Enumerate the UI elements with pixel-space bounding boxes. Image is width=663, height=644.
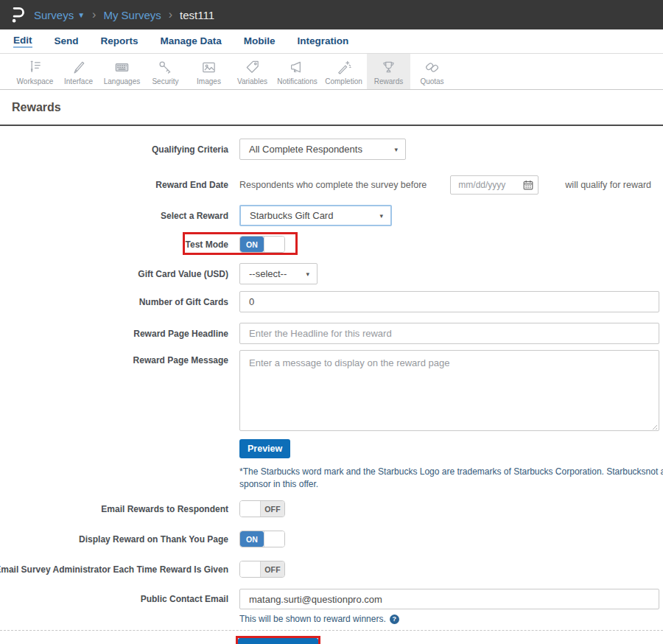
- toolbar-item-label: Images: [197, 77, 221, 85]
- toolbar-item-variables[interactable]: Variables: [231, 54, 274, 89]
- reward-page-message-label: Reward Page Message: [133, 355, 228, 365]
- breadcrumb-current-survey: test111: [180, 9, 214, 21]
- breadcrumb-separator-icon: ›: [92, 9, 96, 21]
- toolbar-item-completion[interactable]: Completion: [320, 54, 367, 89]
- reward-page-headline-input[interactable]: [239, 323, 659, 344]
- key-icon: [157, 59, 174, 76]
- tag-icon: [244, 59, 261, 76]
- toggle-state-label: OFF: [261, 501, 284, 517]
- qualifying-criteria-select[interactable]: All Complete Respondents ▾: [239, 139, 406, 160]
- qualifying-criteria-label: Qualifying Criteria: [152, 144, 228, 155]
- edit-toolbar: Workspace Interface Languages Security I…: [0, 54, 663, 90]
- number-of-gift-cards-label: Number of Gift Cards: [139, 297, 228, 307]
- public-email-help-text: This will be shown to reward winners.: [239, 614, 386, 624]
- toolbar-item-label: Notifications: [277, 77, 317, 85]
- nav-tab-send[interactable]: Send: [55, 35, 79, 47]
- email-admin-label: Email Survey Administrator Each Time Rew…: [0, 564, 228, 575]
- test-mode-row: Test Mode ON: [0, 236, 663, 253]
- email-rewards-label: Email Rewards to Respondent: [101, 504, 228, 514]
- reward-end-date-prefix: Respondents who complete the survey befo…: [239, 180, 427, 190]
- qualifying-criteria-row: Qualifying Criteria All Complete Respond…: [0, 139, 663, 160]
- toggle-state-label: ON: [240, 237, 264, 252]
- wand-icon: [335, 59, 352, 76]
- reward-end-date-row: Reward End Date Respondents who complete…: [0, 175, 663, 195]
- toolbar-item-label: Variables: [237, 77, 267, 85]
- nav-tab-mobile[interactable]: Mobile: [244, 35, 276, 47]
- toolbar-item-notifications[interactable]: Notifications: [274, 54, 320, 89]
- toolbar-item-label: Workspace: [17, 77, 54, 85]
- nav-tab-integration[interactable]: Integration: [298, 35, 349, 47]
- select-reward-row: Select a Reward Starbucks Gift Card ▾: [0, 205, 663, 226]
- number-of-gift-cards-input[interactable]: [239, 291, 659, 312]
- caret-down-icon: ▾: [394, 146, 398, 153]
- display-reward-toggle[interactable]: ON: [239, 531, 285, 547]
- breadcrumb-surveys[interactable]: Surveys: [34, 9, 74, 21]
- keyboard-icon: [113, 59, 130, 76]
- display-reward-label: Display Reward on Thank You Page: [79, 534, 228, 545]
- toolbar-item-label: Completion: [325, 77, 362, 85]
- qualifying-criteria-value: All Complete Respondents: [249, 144, 362, 155]
- toggle-state-label: OFF: [261, 561, 284, 577]
- email-rewards-row: Email Rewards to Respondent OFF: [0, 500, 663, 517]
- breadcrumb-separator-icon: ›: [169, 9, 172, 21]
- email-admin-row: Email Survey Administrator Each Time Rew…: [0, 561, 663, 578]
- toggle-knob: [240, 561, 261, 577]
- reward-page-message-textarea[interactable]: [239, 350, 659, 431]
- caret-down-icon: ▾: [306, 270, 309, 278]
- toggle-state-label: ON: [240, 531, 264, 547]
- toolbar-item-label: Languages: [104, 77, 141, 85]
- email-rewards-toggle[interactable]: OFF: [239, 500, 285, 517]
- image-icon: [200, 59, 217, 76]
- toolbar-item-quotas[interactable]: Quotas: [410, 54, 454, 89]
- public-email-help: This will be shown to reward winners. ?: [239, 614, 663, 624]
- questionpro-logo-icon[interactable]: [9, 5, 27, 24]
- reward-page-headline-label: Reward Page Headline: [133, 329, 228, 339]
- chain-icon: [424, 59, 441, 76]
- trophy-icon: [380, 59, 397, 76]
- toolbar-item-label: Quotas: [420, 77, 443, 85]
- test-mode-toggle[interactable]: ON: [239, 236, 285, 253]
- save-changes-button[interactable]: Save Changes: [238, 638, 318, 644]
- save-changes-highlight-annotation: Save Changes: [236, 636, 320, 644]
- select-reward-select[interactable]: Starbucks Gift Card ▾: [239, 205, 392, 226]
- select-reward-label: Select a Reward: [161, 211, 228, 221]
- gift-card-value-select[interactable]: --select-- ▾: [239, 263, 318, 284]
- test-mode-label: Test Mode: [186, 239, 228, 250]
- toolbar-item-images[interactable]: Images: [187, 54, 231, 89]
- public-contact-email-input[interactable]: [239, 589, 659, 609]
- gift-card-value-label: Gift Card Value (USD): [138, 269, 228, 279]
- breadcrumb-my-surveys[interactable]: My Surveys: [103, 9, 161, 21]
- caret-down-icon: ▾: [379, 212, 383, 220]
- toolbar-item-security[interactable]: Security: [144, 54, 187, 89]
- toolbar-item-languages[interactable]: Languages: [100, 54, 144, 89]
- toolbar-item-workspace[interactable]: Workspace: [13, 54, 57, 89]
- surveys-dropdown-caret-icon[interactable]: ▼: [77, 11, 85, 19]
- reward-end-date-field: [450, 175, 539, 195]
- calendar-icon[interactable]: [523, 180, 533, 190]
- reward-end-date-label: Reward End Date: [155, 180, 228, 190]
- starbucks-trademark-note: *The Starbucks word mark and the Starbuc…: [239, 466, 663, 490]
- toolbar-item-label: Security: [152, 77, 178, 85]
- toolbar-item-interface[interactable]: Interface: [57, 54, 100, 89]
- toolbar-item-rewards[interactable]: Rewards: [367, 54, 410, 89]
- megaphone-icon: [289, 59, 306, 76]
- nav-tab-reports[interactable]: Reports: [101, 35, 138, 47]
- gift-card-value-value: --select--: [249, 268, 287, 279]
- toggle-knob: [264, 531, 284, 547]
- preview-button[interactable]: Preview: [239, 439, 290, 458]
- email-admin-toggle[interactable]: OFF: [239, 561, 285, 578]
- public-contact-email-label: Public Contact Email: [141, 594, 228, 604]
- footer-divider: [0, 630, 663, 631]
- toolbar-item-label: Interface: [64, 77, 93, 85]
- reward-end-date-suffix: will qualify for reward: [565, 180, 651, 190]
- top-bar: Surveys ▼ › My Surveys › test111: [0, 0, 663, 29]
- main-nav: Edit Send Reports Manage Data Mobile Int…: [0, 29, 663, 54]
- select-reward-value: Starbucks Gift Card: [250, 210, 333, 221]
- toolbar-item-label: Rewards: [374, 77, 403, 85]
- help-question-icon[interactable]: ?: [390, 615, 399, 624]
- pen-list-icon: [27, 59, 43, 76]
- page-title: Rewards: [12, 100, 663, 115]
- nav-tab-manage-data[interactable]: Manage Data: [161, 35, 222, 47]
- reward-page-headline-row: Reward Page Headline: [0, 323, 663, 344]
- nav-tab-edit[interactable]: Edit: [13, 35, 32, 48]
